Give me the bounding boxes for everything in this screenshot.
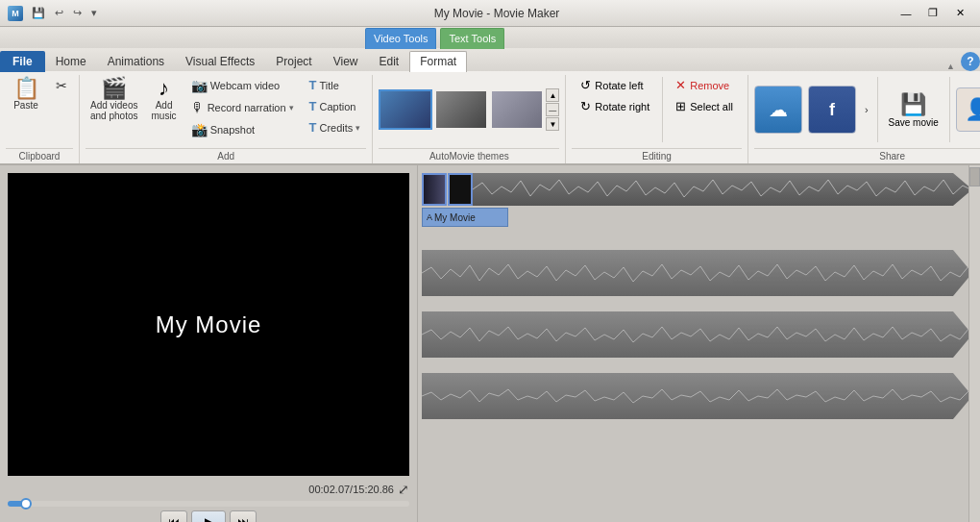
group-automovie: ▲ — ▼ AutoMovie themes [373,75,566,163]
editing-buttons: ↺ Rotate left ↻ Rotate right [572,75,658,116]
scrubber[interactable] [8,501,409,507]
add-label: Add [86,148,366,163]
window-controls: — ❐ ✕ [894,4,972,23]
track-main-1[interactable] [473,173,972,206]
cut-button[interactable]: ✂ [50,75,73,96]
clip-1a[interactable] [422,173,447,206]
group-share: ☁ f › 💾 Save movie 👤 Lewis Share [748,75,980,163]
mic-icon: 🎙 [191,100,205,115]
timeline-track-3[interactable] [422,311,972,358]
timeline-scroll[interactable]: A My Movie [418,165,980,522]
theme-item-2[interactable] [434,89,488,130]
ribbon-collapse-btn[interactable]: ▲ [944,62,957,71]
theme-scroll-line[interactable]: — [546,103,559,116]
timeline-track-1[interactable]: A My Movie [422,173,972,227]
tab-animations[interactable]: Animations [97,51,175,72]
caption-text: My Movie [434,212,476,223]
redo-btn[interactable]: ↪ [70,6,85,20]
onedrive-button[interactable]: ☁ [754,86,802,134]
user-avatar-icon: 👤 [965,97,980,122]
paste-icon: 📋 [13,78,39,99]
tab-visual-effects[interactable]: Visual Effects [175,51,265,72]
context-tabs-row: Video Tools Text Tools [0,27,980,48]
audio-wave-2 [422,259,972,287]
facebook-button[interactable]: f [808,86,856,134]
time-row: 00:02.07/15:20.86 ⤢ [8,482,409,497]
rotate-left-icon: ↺ [580,78,591,92]
tab-project[interactable]: Project [265,51,322,72]
theme-scroll-down[interactable]: ▼ [546,117,559,131]
transport-controls: ⏮ ▶ ⏭ Play (Space) [8,510,409,522]
timeline-track-4[interactable] [422,373,972,419]
title-icon: T [309,78,317,92]
webcam-video-button[interactable]: 📷 Webcam video [185,75,300,96]
video-preview: My Movie [8,173,409,476]
minimize-btn[interactable]: — [894,4,919,23]
timeline-track-2[interactable] [422,250,972,296]
theme-item-1[interactable] [379,89,432,130]
time-code: 00:02.07/15:20.86 [308,484,394,495]
main-area: My Movie 00:02.07/15:20.86 ⤢ ⏮ ▶ ⏭ Play … [0,165,980,522]
clip-1b[interactable] [448,173,473,206]
add-videos-button[interactable]: 🎬 Add videos and photos [86,75,143,124]
remove-select-buttons: ✕ Remove ⊞ Select all [667,75,742,116]
preview-panel: My Movie 00:02.07/15:20.86 ⤢ ⏮ ▶ ⏭ Play … [0,165,418,522]
restore-btn[interactable]: ❐ [920,4,945,23]
select-all-button[interactable]: ⊞ Select all [667,96,742,116]
audio-wave-3 [422,320,972,349]
next-frame-btn[interactable]: ⏭ [230,510,257,522]
snapshot-icon: 📸 [191,122,208,137]
add-music-button[interactable]: ♪ Add music [147,75,182,124]
track-main-3[interactable] [422,311,972,358]
record-narration-button[interactable]: 🎙 Record narration ▾ [185,97,300,118]
credits-button[interactable]: T Credits ▾ [304,117,367,137]
tab-text-tools[interactable]: Text Tools [440,28,504,49]
prev-frame-btn[interactable]: ⏮ [160,510,187,522]
tab-view[interactable]: View [323,51,369,72]
clipboard-label: Clipboard [6,148,73,163]
remove-button[interactable]: ✕ Remove [667,75,742,95]
help-btn[interactable]: ? [961,52,980,71]
save-movie-button[interactable]: 💾 Save movie [884,87,943,133]
expand-preview-btn[interactable]: ⤢ [398,482,409,497]
theme-item-3[interactable] [490,89,544,130]
tab-edit[interactable]: Edit [368,51,409,72]
tab-file[interactable]: File [0,51,45,72]
caption-icon-small: A [427,212,432,222]
credits-dropdown-icon[interactable]: ▾ [355,123,360,133]
editing-label: Editing [572,148,742,163]
narration-dropdown-icon[interactable]: ▾ [289,103,294,112]
user-profile-button[interactable]: 👤 [956,87,980,132]
timeline-scrollbar[interactable] [968,165,980,522]
title-button[interactable]: T Title [304,75,367,95]
scrollbar-thumb[interactable] [969,167,980,186]
credits-icon: T [309,120,317,135]
window-title: My Movie - Movie Maker [100,7,894,20]
snapshot-button[interactable]: 📸 Snapshot [185,119,300,140]
rotate-right-icon: ↻ [580,99,591,113]
caption-button[interactable]: T Caption [304,96,367,116]
tab-home[interactable]: Home [45,51,97,72]
undo-btn[interactable]: ↩ [52,6,66,20]
track-main-2[interactable] [422,250,972,296]
webcam-icon: 📷 [191,78,208,93]
track-main-4[interactable] [422,373,972,419]
rotate-right-button[interactable]: ↻ Rotate right [572,96,658,116]
audio-wave-1 [473,175,972,204]
tab-video-tools[interactable]: Video Tools [365,28,436,49]
title-bar: M 💾 ↩ ↪ ▾ My Movie - Movie Maker — ❐ ✕ [0,0,980,27]
customize-btn[interactable]: ▾ [88,6,100,20]
ribbon-tabs-row: File Home Animations Visual Effects Proj… [0,48,980,71]
automovie-label: AutoMovie themes [379,148,559,163]
text-caption-clip[interactable]: A My Movie [422,208,508,227]
play-btn[interactable]: ▶ [191,510,226,522]
save-quick-btn[interactable]: 💾 [29,6,48,20]
close-btn[interactable]: ✕ [947,4,972,23]
share-scroll-right[interactable]: › [862,103,871,116]
rotate-left-button[interactable]: ↺ Rotate left [572,75,658,95]
group-editing: ↺ Rotate left ↻ Rotate right ✕ Remove ⊞ … [566,75,748,163]
theme-scroll-up[interactable]: ▲ [546,88,559,102]
app-icon: M [8,6,23,21]
tab-format[interactable]: Format [409,51,467,72]
paste-button[interactable]: 📋 Paste [6,75,46,113]
